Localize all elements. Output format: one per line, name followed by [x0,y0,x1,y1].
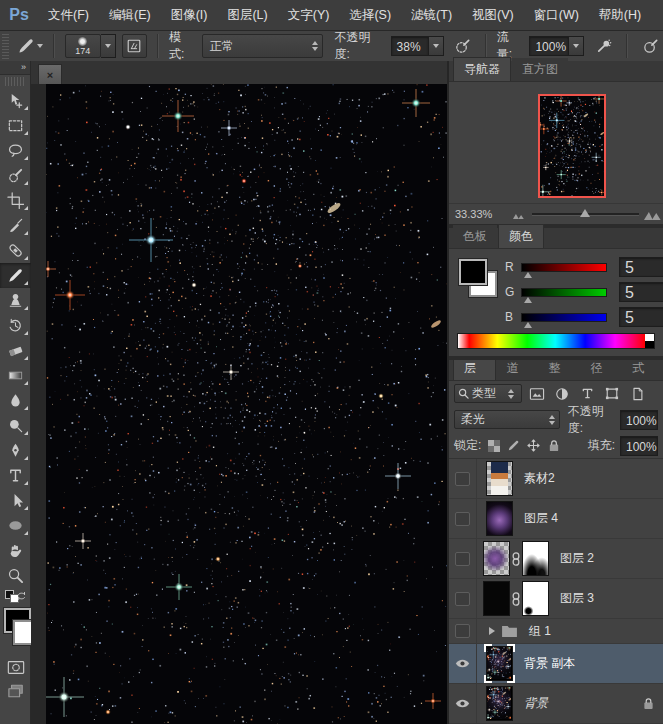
layer-row[interactable]: 素材2 [449,459,663,499]
menu-view[interactable]: 视图(V) [462,0,524,30]
toolbar-collapse-button[interactable]: » [0,61,30,75]
layer-row-selected[interactable]: 背景 副本 [449,644,663,684]
clone-stamp-tool[interactable] [0,288,31,313]
filter-pixel-layers-button[interactable] [527,385,547,402]
hand-tool[interactable] [0,538,31,563]
eye-icon[interactable] [455,658,470,669]
zoom-percentage[interactable]: 33.33% [449,208,512,220]
layer-row[interactable]: 图层 2 [449,539,663,579]
opacity-dropdown-arrow[interactable] [429,36,444,56]
layer-thumbnail[interactable] [486,646,513,681]
opacity-control[interactable]: 38% [391,36,444,56]
screen-mode-button[interactable] [0,679,31,702]
lock-all-button[interactable] [546,438,561,453]
lock-position-button[interactable] [526,438,541,453]
filter-smart-objects-button[interactable] [627,385,647,402]
menu-help[interactable]: 帮助(H) [589,0,651,30]
group-name[interactable]: 组 1 [529,623,551,640]
layer-name[interactable]: 图层 3 [560,590,594,607]
tab-styles[interactable]: 样式 [622,360,663,380]
visibility-toggle[interactable] [449,539,477,578]
dodge-tool[interactable] [0,413,31,438]
tab-histogram[interactable]: 直方图 [512,58,568,81]
spectrum-gradient[interactable] [458,334,645,348]
document-tab-close-button[interactable]: × [38,64,62,84]
filter-shape-layers-button[interactable] [602,385,622,402]
layer-blend-mode-select[interactable]: 柔光 [454,410,560,429]
visibility-toggle[interactable] [449,619,477,643]
layer-thumbnail[interactable] [486,686,513,721]
tab-layers[interactable]: 图层 [453,360,496,380]
lasso-tool[interactable] [0,138,31,163]
navigator-view-box[interactable] [538,94,606,198]
mask-link-icon[interactable] [512,552,520,566]
layer-opacity-value[interactable]: 100% [620,410,658,430]
color-spectrum-ramp[interactable] [457,333,655,349]
path-selection-tool[interactable] [0,488,31,513]
rectangular-marquee-tool[interactable] [0,113,31,138]
tab-color[interactable]: 颜色 [498,224,544,248]
eye-icon[interactable] [455,698,470,709]
tab-swatches[interactable]: 色板 [453,225,497,248]
slider-thumb[interactable] [524,322,532,328]
visibility-toggle[interactable] [449,684,477,723]
menu-window[interactable]: 窗口(W) [524,0,589,30]
layer-mask-thumbnail[interactable] [522,581,549,616]
tab-paths[interactable]: 路径 [580,360,621,380]
layer-name[interactable]: 图层 2 [560,550,594,567]
visibility-toggle[interactable] [449,459,477,498]
visibility-toggle[interactable] [449,579,477,618]
group-row[interactable]: 组 1 [449,619,663,644]
brush-tool-preset-button[interactable] [17,34,43,58]
zoom-tool[interactable] [0,563,31,588]
image-canvas[interactable] [46,84,447,724]
opacity-value[interactable]: 38% [391,36,429,56]
lock-pixels-button[interactable] [506,438,521,453]
foreground-color-swatch[interactable] [459,259,487,285]
move-tool[interactable] [0,88,31,113]
red-slider[interactable] [521,263,607,272]
filter-adjustment-layers-button[interactable] [552,385,572,402]
brush-size-dropdown-arrow[interactable] [101,34,116,58]
tablet-opacity-button[interactable] [450,34,475,58]
layer-row[interactable]: 背景 [449,684,663,724]
menu-file[interactable]: 文件(F) [38,0,99,30]
layer-row[interactable]: 图层 3 [449,579,663,619]
menu-edit[interactable]: 编辑(E) [99,0,161,30]
flow-value[interactable]: 100% [529,36,569,56]
tab-adjustments[interactable]: 调整 [539,360,580,380]
layer-name[interactable]: 背景 副本 [524,655,575,672]
green-slider[interactable] [521,288,607,297]
menu-select[interactable]: 选择(S) [339,0,401,30]
tab-channels[interactable]: 通道 [497,360,538,380]
flow-dropdown-arrow[interactable] [569,36,584,56]
quick-selection-tool[interactable] [0,163,31,188]
airbrush-button[interactable] [590,34,615,58]
menu-image[interactable]: 图像(I) [161,0,218,30]
navigator-zoom-slider[interactable] [532,207,640,221]
expand-triangle-icon[interactable] [489,627,495,635]
ellipse-shape-tool[interactable] [0,513,31,538]
layer-thumbnail[interactable] [483,581,510,616]
history-brush-tool[interactable] [0,313,31,338]
switch-colors-icon[interactable] [17,591,27,601]
fill-value[interactable]: 100% [620,436,658,456]
toggle-brush-panel-button[interactable] [122,34,147,58]
default-and-switch-colors[interactable] [0,588,30,606]
flow-control[interactable]: 100% [529,36,584,56]
lock-transparency-button[interactable] [486,438,501,453]
crop-tool[interactable] [0,188,31,213]
slider-thumb[interactable] [524,272,532,278]
menu-type[interactable]: 文字(Y) [278,0,340,30]
background-layer-name[interactable]: 背景 [524,695,548,712]
layer-thumbnail[interactable] [486,501,513,536]
brush-size-picker[interactable]: 174 [65,34,116,58]
eraser-tool[interactable] [0,338,31,363]
tablet-size-button[interactable] [638,34,663,58]
eyedropper-tool[interactable] [0,213,31,238]
tab-navigator[interactable]: 导航器 [453,57,511,81]
layer-thumbnail[interactable] [483,541,510,576]
blue-slider[interactable] [521,313,607,322]
visibility-toggle[interactable] [449,644,477,683]
menu-layer[interactable]: 图层(L) [217,0,277,30]
